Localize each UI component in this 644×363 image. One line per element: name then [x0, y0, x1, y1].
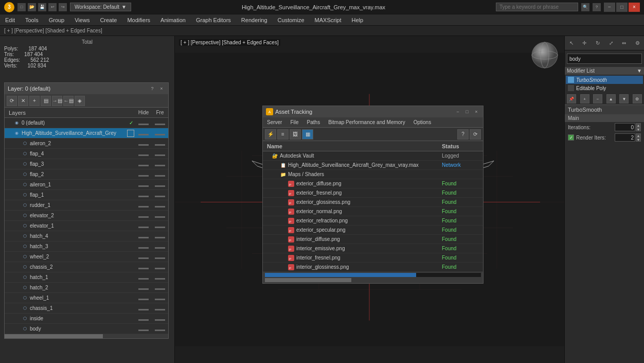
- asset-list-item[interactable]: Pinterior_diffuse.pngFound: [263, 235, 483, 244]
- menu-customize[interactable]: Customize: [273, 14, 310, 25]
- asset-list-item[interactable]: 📁Maps / Shaders: [263, 170, 483, 179]
- asset-tb-refresh-btn[interactable]: ⟳: [470, 129, 481, 140]
- layer-remove-from-btn[interactable]: ←▤: [63, 96, 74, 106]
- asset-tb-btn-3[interactable]: 🖼: [290, 129, 301, 140]
- modifier-iterations-input[interactable]: [615, 123, 635, 131]
- rt-mirror-btn[interactable]: ⇔: [619, 38, 629, 48]
- asset-menu-options[interactable]: Options: [409, 117, 435, 127]
- layer-item[interactable]: ⬡wheel_1: [5, 293, 168, 303]
- save-button[interactable]: 💾: [38, 3, 46, 11]
- menu-graph-editors[interactable]: Graph Editors: [191, 14, 236, 25]
- layer-item[interactable]: ⬡flap_4: [5, 149, 168, 159]
- new-button[interactable]: □: [17, 3, 26, 11]
- asset-tb-btn-2[interactable]: ≡: [277, 129, 289, 140]
- search-button[interactable]: 🔍: [581, 3, 589, 11]
- layer-item[interactable]: ◉High_Altitude_Surveillance_Aircraft_Gre…: [5, 128, 168, 139]
- asset-list-item[interactable]: Pexterior_normal.pngFound: [263, 207, 483, 216]
- layer-item[interactable]: ⬡hatch_3: [5, 241, 168, 252]
- asset-list-item[interactable]: 📋High_Altitude_Surveillance_Aircraft_Gre…: [263, 161, 483, 170]
- open-button[interactable]: 📂: [28, 3, 36, 11]
- render-iters-checkbox[interactable]: ✓: [568, 134, 574, 141]
- layer-item[interactable]: ⬡elevator_1: [5, 221, 168, 231]
- menu-animation[interactable]: Animation: [155, 14, 191, 25]
- layer-set-current-btn[interactable]: ◈: [75, 96, 85, 106]
- modifier-up-btn[interactable]: ▲: [606, 94, 616, 103]
- asset-list-item[interactable]: 🔐Autodesk VaultLogged: [263, 151, 483, 161]
- layer-scrollbar[interactable]: [5, 334, 168, 338]
- modifier-section-turbosmooth[interactable]: TurboSmooth: [565, 105, 644, 114]
- modifier-remove-btn[interactable]: −: [593, 94, 602, 103]
- asset-close-button[interactable]: ×: [473, 108, 480, 115]
- render-iters-up-btn[interactable]: ▲: [636, 133, 641, 137]
- layer-item[interactable]: ⬡hatch_1: [5, 272, 168, 283]
- layer-item[interactable]: ⬡flap_1: [5, 190, 168, 200]
- layer-close-button[interactable]: ×: [158, 85, 165, 92]
- modifier-turbosmooth[interactable]: TurboSmooth: [566, 76, 643, 84]
- layer-item[interactable]: ◉0 (default)✓: [5, 118, 168, 128]
- layer-item[interactable]: ⬡rudder_1: [5, 200, 168, 211]
- restore-button[interactable]: □: [616, 3, 628, 12]
- asset-list-item[interactable]: Pexterior_fresnel.pngFound: [263, 188, 483, 198]
- iterations-up-btn[interactable]: ▲: [636, 123, 641, 127]
- menu-modifiers[interactable]: Modifiers: [122, 14, 155, 25]
- rt-settings-btn[interactable]: ⚙: [632, 38, 642, 48]
- asset-menu-paths[interactable]: Paths: [303, 117, 325, 127]
- layer-item[interactable]: ⬡chassis_2: [5, 262, 168, 272]
- layer-select-by-layer-btn[interactable]: ▤: [41, 96, 51, 106]
- undo-button[interactable]: ↩: [48, 3, 57, 11]
- modifier-down-btn[interactable]: ▼: [619, 94, 629, 103]
- rt-select-btn[interactable]: ↖: [566, 38, 577, 48]
- layer-delete-btn[interactable]: ✕: [18, 96, 28, 106]
- rt-rotate-btn[interactable]: ↻: [593, 38, 603, 48]
- layer-add-btn[interactable]: +: [29, 96, 40, 106]
- layer-refresh-btn[interactable]: ⟳: [7, 96, 17, 106]
- asset-scrollbar[interactable]: [265, 278, 481, 282]
- modifier-render-iters-input[interactable]: [615, 133, 635, 142]
- render-iters-down-btn[interactable]: ▼: [636, 137, 641, 142]
- asset-menu-file[interactable]: File: [286, 117, 302, 127]
- minimize-button[interactable]: −: [604, 3, 615, 12]
- modifier-add-btn[interactable]: +: [580, 94, 589, 103]
- layer-item[interactable]: ⬡aileron_1: [5, 180, 168, 190]
- layer-item[interactable]: ⬡inside: [5, 314, 168, 324]
- modifier-pin-btn[interactable]: 📌: [567, 94, 576, 103]
- asset-list-item[interactable]: Pexterior_diffuse.pngFound: [263, 179, 483, 188]
- menu-create[interactable]: Create: [95, 14, 122, 25]
- asset-list-item[interactable]: Pexterior_glossiness.pngFound: [263, 198, 483, 207]
- asset-list-item[interactable]: Pexterior_refraction.pngFound: [263, 216, 483, 226]
- menu-views[interactable]: Views: [69, 14, 95, 25]
- search-input[interactable]: [496, 3, 578, 11]
- layer-item[interactable]: ⬡flap_2: [5, 169, 168, 180]
- asset-list-item[interactable]: Pexterior_specular.pngFound: [263, 226, 483, 235]
- asset-tb-help-btn[interactable]: ?: [457, 129, 469, 140]
- asset-list-item[interactable]: Pinterior_fresnel.pngFound: [263, 253, 483, 263]
- asset-menu-server[interactable]: Server: [263, 117, 286, 127]
- help-button[interactable]: ?: [593, 3, 601, 11]
- layer-item[interactable]: ⬡chassis_1: [5, 303, 168, 314]
- modifier-config-btn[interactable]: ⚙: [633, 94, 642, 103]
- layer-add-to-btn[interactable]: →▤: [52, 96, 62, 106]
- menu-maxscript[interactable]: MAXScript: [310, 14, 347, 25]
- menu-edit[interactable]: Edit: [0, 14, 20, 25]
- asset-restore-button[interactable]: □: [463, 108, 471, 115]
- modifier-name-input[interactable]: [567, 54, 642, 64]
- layer-item[interactable]: ⬡hatch_4: [5, 231, 168, 241]
- asset-list-item[interactable]: Pinterior_emissive.pngFound: [263, 244, 483, 253]
- redo-button[interactable]: ↪: [59, 3, 67, 11]
- asset-tb-btn-1[interactable]: ⚡: [265, 129, 276, 140]
- modifier-list-label[interactable]: Modifier List ▼: [565, 67, 644, 75]
- layer-item[interactable]: ⬡body: [5, 324, 168, 334]
- layer-item[interactable]: ⬡hatch_2: [5, 283, 168, 293]
- layer-item[interactable]: ⬡flap_3: [5, 159, 168, 169]
- menu-help[interactable]: Help: [347, 14, 369, 25]
- close-button[interactable]: ×: [629, 3, 640, 12]
- layer-item[interactable]: ⬡aileron_2: [5, 139, 168, 149]
- asset-minimize-button[interactable]: −: [454, 108, 461, 115]
- modifier-editable-poly[interactable]: Editable Poly: [566, 84, 643, 92]
- menu-rendering[interactable]: Rendering: [236, 14, 273, 25]
- asset-menu-bitmap-perf[interactable]: Bitmap Performance and Memory: [324, 117, 409, 127]
- rt-scale-btn[interactable]: ⤢: [606, 38, 616, 48]
- rt-move-btn[interactable]: ✛: [579, 38, 589, 48]
- iterations-down-btn[interactable]: ▼: [636, 127, 641, 131]
- layer-help-button[interactable]: ?: [149, 85, 156, 92]
